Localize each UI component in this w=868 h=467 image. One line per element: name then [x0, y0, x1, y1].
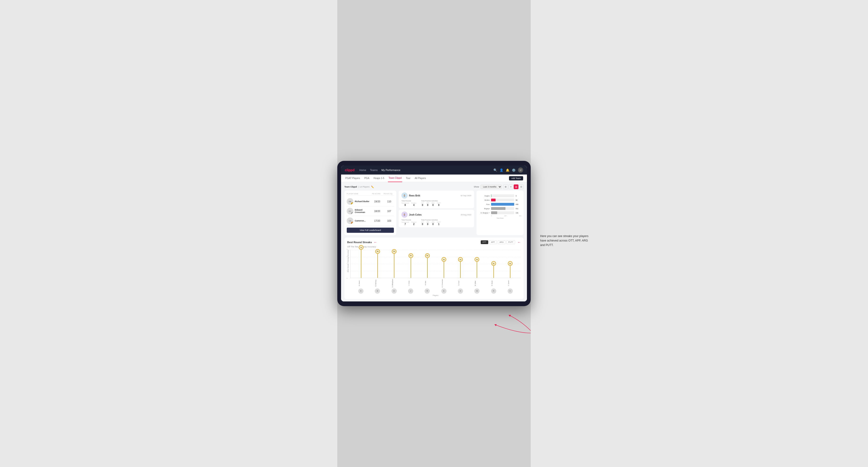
streak-bar-col: 4x — [460, 250, 461, 278]
sub-nav: PGAT Players PGA Hcaps 1-5 Team Clippd T… — [341, 175, 527, 182]
search-icon[interactable]: 🔍 — [493, 168, 497, 172]
tab-putt[interactable]: PUTT — [506, 240, 515, 244]
streaks-tabs: OTT APP ARG PUTT ← — [481, 240, 521, 244]
chart-grid: 8 6 4 2 0 7x 6x — [350, 250, 521, 278]
bar-row: Bogeys 311 — [479, 207, 521, 210]
tab-arg[interactable]: ARG — [498, 240, 505, 244]
card-avatar-rees: 🏌️ — [401, 192, 408, 198]
player-avatar-2: EC 2 — [347, 208, 353, 214]
total-rounds-label: Total Rounds — [401, 200, 416, 201]
leaderboard-panel: PLAYER NAME PB SCORE PB AVG SQ RB 1 — [344, 191, 396, 235]
streaks-title: Best Round Streaks — [347, 241, 372, 244]
chart-footer: Total Shots — [479, 217, 521, 219]
streak-bar-col: 5x — [427, 250, 428, 278]
badge-bronze: 3 — [351, 222, 353, 224]
streak-avatar: B — [375, 288, 380, 294]
streak-avatar: C — [507, 288, 513, 294]
nav-links: Home Teams My Performance — [359, 168, 493, 172]
practice-activities-label-2: Total Practice Activities — [421, 219, 441, 221]
edit-icon[interactable]: ✏️ — [371, 186, 374, 188]
subnav-tour[interactable]: Tour — [405, 175, 411, 182]
subnav-pgat[interactable]: PGAT Players — [345, 175, 361, 182]
badge-silver: 2 — [351, 212, 353, 214]
players-cards: 🏌️ Rees Britt 02 Sep 2023 Total Rounds — [399, 191, 474, 235]
nav-teams[interactable]: Teams — [370, 168, 378, 172]
user-icon[interactable]: 👤 — [500, 168, 503, 172]
streak-bar-col: 4x — [477, 250, 477, 278]
subnav-pga[interactable]: PGA — [364, 175, 370, 182]
player-pb-score-1: 19/20 — [371, 200, 383, 203]
streak-line — [493, 266, 494, 278]
tab-app[interactable]: APP — [489, 240, 497, 244]
streak-line — [477, 262, 477, 278]
player-pb-score-3: 17/20 — [371, 220, 383, 222]
streak-bubble: 6x — [392, 249, 397, 254]
streak-line — [460, 262, 461, 278]
streak-bubble: 3x — [508, 261, 513, 266]
player-row: CA 3 Cameron... 17/20 103 — [347, 216, 394, 226]
axis-label-200: 200 — [504, 215, 507, 217]
view-full-leaderboard-btn[interactable]: View Full Leaderboard — [347, 228, 394, 233]
streak-line — [394, 254, 394, 278]
subnav-team-clippd[interactable]: Team Clippd — [388, 175, 402, 182]
grid-view-btn[interactable]: ⊞ — [503, 184, 508, 189]
streak-line — [377, 254, 378, 278]
main-content: Team Clippd | 14 Players ✏️ Show Last 3 … — [341, 182, 527, 301]
settings-icon[interactable]: ⚙️ — [512, 168, 516, 172]
subnav-all-players[interactable]: All Players — [414, 175, 426, 182]
card-view-btn[interactable]: ▤ — [514, 184, 519, 189]
streak-avatar: R — [491, 288, 496, 294]
app-val-2: 0 — [426, 223, 429, 225]
tab-ott[interactable]: OTT — [481, 240, 488, 244]
streak-chart-area: 8 6 4 2 0 7x 6x — [350, 250, 521, 296]
streaks-section: Best Round Streaks ← OTT APP ARG PUTT ← — [344, 238, 524, 299]
show-label: Show — [474, 186, 479, 188]
bar-value: 96 — [516, 199, 521, 201]
bar-track — [491, 198, 514, 201]
streak-bar-col: 3x — [493, 250, 494, 278]
team-title: Team Clippd — [344, 186, 357, 188]
streak-player-name: B. McHarg — [375, 279, 380, 287]
col-pb-avg: PB AVG SQ — [382, 193, 394, 195]
player-name-2: Edward Crossman — [355, 209, 370, 214]
bar-track — [491, 211, 514, 214]
add-team-button[interactable]: Add Team — [509, 176, 523, 181]
detail-view-btn[interactable]: ⊟ — [519, 184, 524, 189]
player-card-rees-britt: 🏌️ Rees Britt 02 Sep 2023 Total Rounds — [399, 191, 474, 208]
avatar[interactable]: U — [518, 167, 523, 173]
bar-fill — [491, 207, 505, 210]
nav-home[interactable]: Home — [359, 168, 366, 172]
streak-player-name: J. Coles — [408, 279, 413, 287]
bar-row: D. Bogeys + 131 — [479, 211, 521, 214]
bell-icon[interactable]: 🔔 — [506, 168, 509, 172]
streak-avatar: J — [408, 288, 413, 294]
bar-fill — [491, 198, 496, 201]
view-toggle: ⊞ ≡ ▤ ⊟ — [503, 184, 524, 189]
player-pb-score-2: 18/20 — [371, 210, 383, 213]
streak-line — [444, 262, 444, 278]
ott-val-2: 0 — [421, 223, 424, 225]
bar-fill — [491, 203, 514, 206]
show-select[interactable]: Last 3 months Last 6 months Last year — [480, 185, 502, 189]
streak-line — [427, 258, 428, 278]
streak-bubble: 3x — [491, 261, 496, 266]
bar-value: 131 — [516, 212, 521, 214]
axis-label-0: 0 — [491, 215, 492, 217]
streak-bar-col: 5x — [411, 250, 411, 278]
streak-bubble: 4x — [474, 257, 479, 262]
practice-activities-label: Total Practice Activities — [421, 200, 441, 201]
player-names-row: E. EwertB. McHargD. BillinghamJ. ColesR.… — [350, 279, 521, 287]
bar-row: Birdies 96 — [479, 198, 521, 201]
streak-bar-col: 7x — [361, 250, 361, 278]
arrow-indicator-2: ← — [518, 240, 521, 244]
bar-label: Pars — [479, 204, 490, 205]
chart-axis: 0 200 400 — [479, 215, 521, 217]
nav-my-performance[interactable]: My Performance — [381, 168, 401, 172]
practice-val: 4 — [411, 204, 416, 206]
subnav-hcaps[interactable]: Hcaps 1-5 — [373, 175, 385, 182]
chart-bars: Eagles 3 Birdies 96 Pars 499 Bogeys 311 … — [479, 194, 521, 214]
player-info-3: Cameron... — [355, 220, 370, 222]
streak-player-name: R. Butler — [491, 279, 496, 287]
players-axis-label: Players — [350, 294, 521, 296]
list-view-btn[interactable]: ≡ — [508, 184, 513, 189]
